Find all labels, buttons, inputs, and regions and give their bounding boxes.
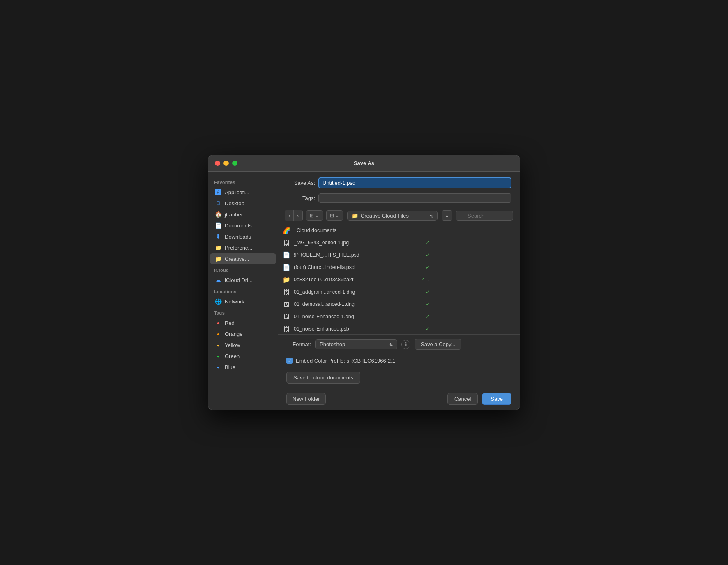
sidebar-item-icloud[interactable]: ☁ iCloud Dri... [210, 275, 276, 285]
new-folder-label: New Folder [293, 396, 320, 402]
locations-label: Locations [208, 286, 278, 296]
sidebar-tag-red[interactable]: ● Red [210, 317, 276, 328]
location-selector: 📁 Creative Cloud Files [346, 211, 438, 221]
folder-arrow-icon: › [428, 277, 430, 282]
sidebar-item-applications[interactable]: 🅰 Applicati... [210, 187, 276, 198]
icloud-icon: ☁ [215, 277, 221, 283]
desktop-icon: 🖥 [215, 200, 221, 207]
columns-icon: ⊞ [310, 213, 314, 218]
maximize-button[interactable] [232, 161, 237, 166]
traffic-lights [215, 161, 237, 166]
sidebar-tag-green[interactable]: ● Green [210, 351, 276, 361]
file-item[interactable]: 🖼 01_addgrain...anced-1.dng ✓ [278, 286, 434, 298]
sidebar-item-label: Creative... [225, 256, 249, 262]
view-grid-button[interactable]: ⊟ [326, 210, 343, 221]
file-icon: 🌈 [282, 226, 290, 234]
file-icon: 📄 [282, 263, 290, 271]
documents-icon: 📄 [215, 222, 221, 229]
file-name: 01_demosai...anced-1.dng [294, 301, 422, 307]
location-left: 📁 Creative Cloud Files [352, 213, 409, 219]
file-name: _MG_6343_edited-1.jpg [294, 240, 422, 246]
format-row: Format: Photoshop ℹ Save a Copy... [278, 335, 520, 354]
applications-icon: 🅰 [215, 189, 221, 195]
close-button[interactable] [215, 161, 220, 166]
sidebar-item-label: jtranber [225, 211, 243, 218]
expand-button[interactable]: ▲ [442, 210, 452, 221]
embed-color-checkbox[interactable]: ✓ [286, 358, 293, 364]
location-dropdown[interactable]: 📁 Creative Cloud Files [347, 211, 438, 221]
search-input[interactable] [456, 211, 513, 221]
save-copy-label: Save a Copy... [421, 341, 455, 347]
save-label: Save [491, 396, 503, 402]
file-item[interactable]: 📄 !PROBLEM_...HIS_FILE.psd ✓ [278, 249, 434, 261]
sidebar-item-jtranber[interactable]: 🏠 jtranber [210, 209, 276, 220]
file-icon: 🖼 [282, 239, 290, 247]
tag-label: Green [225, 353, 240, 359]
dialog-title: Save As [354, 160, 374, 166]
sidebar-item-label: Applicati... [225, 189, 249, 195]
file-status: ✓ [426, 252, 430, 258]
tags-label: Tags: [286, 195, 315, 201]
format-dropdown[interactable]: Photoshop [315, 339, 397, 349]
file-name: (four) Churc...inderella.psd [294, 264, 422, 270]
cloud-folder-icon: 📁 [352, 213, 358, 219]
new-folder-button[interactable]: New Folder [286, 393, 326, 405]
file-item[interactable]: 🖼 01_demosai...anced-1.dng ✓ [278, 298, 434, 310]
format-label: Format: [286, 341, 311, 347]
sidebar-item-label: Preferenc... [225, 245, 252, 251]
tag-label: Yellow [225, 342, 240, 348]
folder-icon: 📁 [282, 276, 290, 284]
bottom-bar: New Folder Cancel Save [278, 388, 520, 410]
sidebar-tag-blue[interactable]: ● Blue [210, 362, 276, 372]
file-status: ✓ [421, 277, 425, 282]
sidebar-item-desktop[interactable]: 🖥 Desktop [210, 198, 276, 209]
file-status: ✓ [426, 264, 430, 270]
forward-button[interactable]: › [294, 210, 302, 221]
blue-tag-icon: ● [215, 364, 221, 370]
save-copy-button[interactable]: Save a Copy... [415, 339, 461, 350]
view-columns-button[interactable]: ⊞ [306, 210, 323, 221]
minimize-button[interactable] [223, 161, 229, 166]
file-item[interactable]: 🖼 01_noise-Enhanced.psb ✓ [278, 323, 434, 334]
save-button[interactable]: Save [482, 393, 511, 405]
sidebar-item-label: iCloud Dri... [225, 277, 253, 283]
tags-input[interactable] [318, 193, 511, 203]
file-icon: 🖼 [282, 325, 290, 333]
file-item[interactable]: 🖼 _MG_6343_edited-1.jpg ✓ [278, 237, 434, 249]
info-button[interactable]: ℹ [401, 340, 410, 349]
sidebar-item-preferences[interactable]: 📁 Preferenc... [210, 242, 276, 253]
bottom-right: Cancel Save [447, 393, 511, 405]
file-item[interactable]: 🌈 _Cloud documents [278, 224, 434, 237]
sidebar-item-label: Desktop [225, 200, 244, 207]
file-item[interactable]: 🖼 01_noise-Enhanced-1.dng ✓ [278, 310, 434, 323]
sidebar-tag-yellow[interactable]: ● Yellow [210, 340, 276, 350]
cloud-save-row: Save to cloud documents [278, 367, 520, 388]
file-icon: 📄 [282, 251, 290, 259]
save-to-cloud-label: Save to cloud documents [293, 374, 353, 381]
file-status: ✓ [426, 326, 430, 332]
sidebar-tag-orange[interactable]: ● Orange [210, 328, 276, 339]
save-to-cloud-button[interactable]: Save to cloud documents [286, 372, 360, 384]
file-item[interactable]: 📄 (four) Churc...inderella.psd ✓ [278, 261, 434, 273]
sidebar-item-documents[interactable]: 📄 Documents [210, 220, 276, 231]
file-icon: 🖼 [282, 288, 290, 296]
save-as-input[interactable] [318, 177, 511, 188]
file-name: 01_noise-Enhanced-1.dng [294, 314, 422, 319]
tag-label: Orange [225, 331, 242, 337]
tag-label: Blue [225, 364, 235, 370]
color-profile-text: Embed Color Profile: sRGB IEC61966-2.1 [296, 358, 395, 364]
orange-tag-icon: ● [215, 331, 221, 337]
sidebar-item-network[interactable]: 🌐 Network [210, 296, 276, 307]
search-wrapper: 🔍 [456, 211, 513, 221]
file-icon: 🖼 [282, 312, 290, 321]
preferences-icon: 📁 [215, 244, 221, 251]
main-panel: Save As: Tags: ‹ › ⊞ ⊟ [278, 172, 520, 410]
network-icon: 🌐 [215, 298, 221, 305]
back-button[interactable]: ‹ [285, 210, 294, 221]
file-icon: 🖼 [282, 300, 290, 308]
sidebar-item-creative[interactable]: 📁 Creative... [210, 253, 276, 264]
sidebar-item-downloads[interactable]: ⬇ Downloads [210, 231, 276, 242]
home-icon: 🏠 [215, 211, 221, 218]
cancel-button[interactable]: Cancel [447, 393, 478, 405]
file-item[interactable]: 📁 0e8821ec-9...d1f3c86ba2f ✓ › [278, 273, 434, 286]
